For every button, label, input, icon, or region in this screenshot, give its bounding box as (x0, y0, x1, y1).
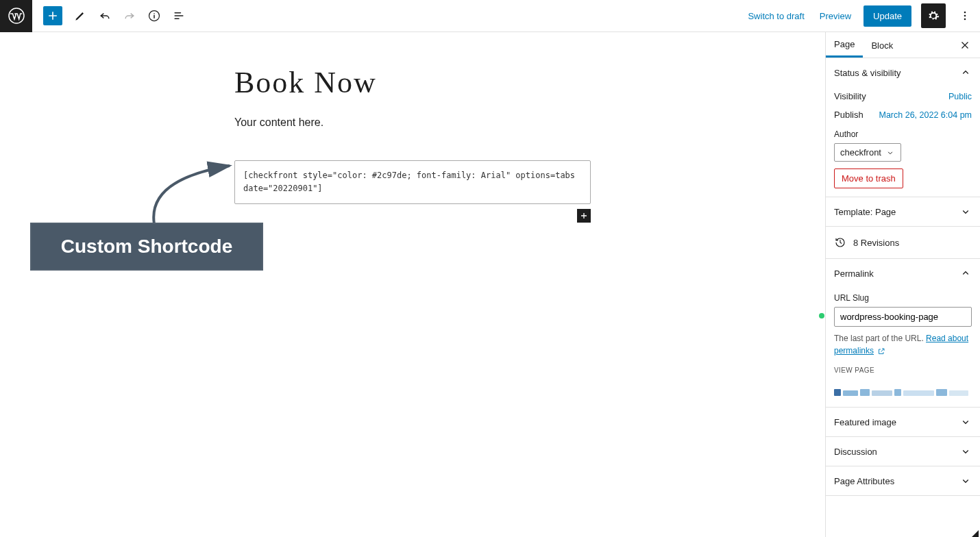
panel-status-title: Status & visibility (834, 68, 901, 78)
revisions-label: 8 Revisions (853, 238, 899, 248)
more-options-button[interactable] (955, 3, 975, 28)
svg-point-2 (964, 12, 966, 14)
chevron-down-icon (959, 205, 972, 218)
chevron-down-icon (959, 416, 972, 428)
chevron-down-icon (959, 445, 972, 458)
publish-value[interactable]: March 26, 2022 6:04 pm (879, 110, 972, 120)
panel-attributes-head[interactable]: Page Attributes (826, 466, 980, 495)
page-content[interactable]: Your content here. (234, 116, 825, 129)
resize-handle[interactable] (972, 530, 979, 537)
pencil-icon (73, 9, 87, 23)
panel-status-head[interactable]: Status & visibility (826, 58, 980, 87)
svg-point-4 (964, 18, 966, 21)
visibility-value[interactable]: Public (948, 92, 972, 101)
panel-permalink-body: URL Slug The last part of the URL. Read … (826, 293, 980, 407)
undo-icon (98, 9, 112, 23)
panel-status: Status & visibility Visibility Public Pu… (826, 58, 980, 197)
settings-sidebar: Page Block Status & visibility Visibilit… (825, 32, 980, 537)
gear-icon (927, 9, 940, 23)
view-page-label: VIEW PAGE (834, 366, 972, 374)
publish-label: Publish (834, 110, 863, 120)
author-value: checkfront (840, 147, 881, 158)
top-toolbar: Switch to draft Preview Update (0, 0, 980, 32)
main-area: Book Now Your content here. [checkfront … (0, 32, 980, 537)
visibility-row: Visibility Public (834, 87, 972, 105)
chevron-down-icon (959, 475, 972, 487)
toolbar-left (32, 3, 191, 28)
chevron-up-icon (959, 66, 972, 79)
close-sidebar-button[interactable] (953, 33, 977, 58)
history-icon (834, 236, 846, 249)
list-icon (172, 9, 186, 23)
add-block-inline-button[interactable] (577, 209, 591, 223)
url-slug-input[interactable] (834, 307, 972, 327)
editor-canvas: Book Now Your content here. [checkfront … (0, 32, 825, 537)
panel-discussion-head[interactable]: Discussion (826, 437, 980, 466)
wordpress-icon (8, 8, 25, 24)
panel-permalink-head[interactable]: Permalink (826, 259, 980, 288)
permalink-help: The last part of the URL. Read about per… (834, 332, 972, 357)
wordpress-logo[interactable] (0, 0, 32, 32)
page-title[interactable]: Book Now (234, 65, 825, 100)
panel-attributes: Page Attributes (826, 466, 980, 496)
panel-featured-head[interactable]: Featured image (826, 408, 980, 436)
status-indicator-dot (819, 313, 824, 319)
panel-template-head[interactable]: Template: Page (826, 197, 980, 226)
plus-icon (46, 9, 60, 23)
visibility-label: Visibility (834, 91, 866, 101)
sidebar-tabs: Page Block (826, 32, 980, 58)
author-label: Author (834, 129, 972, 139)
dots-vertical-icon (958, 9, 972, 23)
permalink-help-prefix: The last part of the URL. (834, 334, 926, 343)
panel-attributes-title: Page Attributes (834, 476, 894, 486)
external-link-icon (877, 347, 885, 355)
chevron-up-icon (959, 267, 972, 279)
info-icon (147, 9, 161, 23)
panel-discussion-title: Discussion (834, 447, 877, 457)
svg-point-0 (9, 8, 24, 23)
url-slug-label: URL Slug (834, 293, 972, 303)
panel-featured-title: Featured image (834, 417, 896, 427)
add-block-button[interactable] (43, 6, 62, 25)
panel-template-title: Template: Page (834, 207, 896, 217)
switch-to-draft-button[interactable]: Switch to draft (745, 7, 807, 25)
panel-status-body: Visibility Public Publish March 26, 2022… (826, 87, 980, 197)
tab-block[interactable]: Block (863, 34, 901, 57)
redo-button[interactable] (117, 3, 142, 28)
panel-discussion: Discussion (826, 437, 980, 466)
update-button[interactable]: Update (863, 5, 911, 27)
svg-point-3 (964, 15, 966, 17)
panel-featured-image: Featured image (826, 408, 980, 437)
undo-button[interactable] (93, 3, 117, 28)
panel-template: Template: Page (826, 197, 980, 227)
settings-button[interactable] (921, 3, 946, 28)
preview-button[interactable]: Preview (817, 7, 854, 25)
annotation-arrow (140, 155, 243, 231)
redo-icon (123, 9, 136, 23)
info-button[interactable] (142, 3, 167, 28)
annotation-label: Custom Shortcode (30, 223, 263, 271)
move-to-trash-button[interactable]: Move to trash (834, 168, 903, 188)
plus-icon (578, 210, 589, 221)
revisions-row[interactable]: 8 Revisions (826, 227, 980, 259)
shortcode-block[interactable]: [checkfront style="color: #2c97de; font-… (234, 160, 591, 204)
close-icon (959, 39, 971, 51)
publish-row: Publish March 26, 2022 6:04 pm (834, 105, 972, 124)
author-select[interactable]: checkfront (834, 143, 901, 162)
edit-tool-button[interactable] (68, 3, 93, 28)
chevron-down-icon (885, 148, 895, 158)
panel-permalink-title: Permalink (834, 268, 874, 279)
panel-permalink: Permalink URL Slug The last part of the … (826, 259, 980, 408)
permalink-url-blurred[interactable] (834, 379, 972, 396)
toolbar-right: Switch to draft Preview Update (745, 3, 980, 28)
outline-button[interactable] (167, 3, 191, 28)
tab-page[interactable]: Page (826, 32, 863, 58)
